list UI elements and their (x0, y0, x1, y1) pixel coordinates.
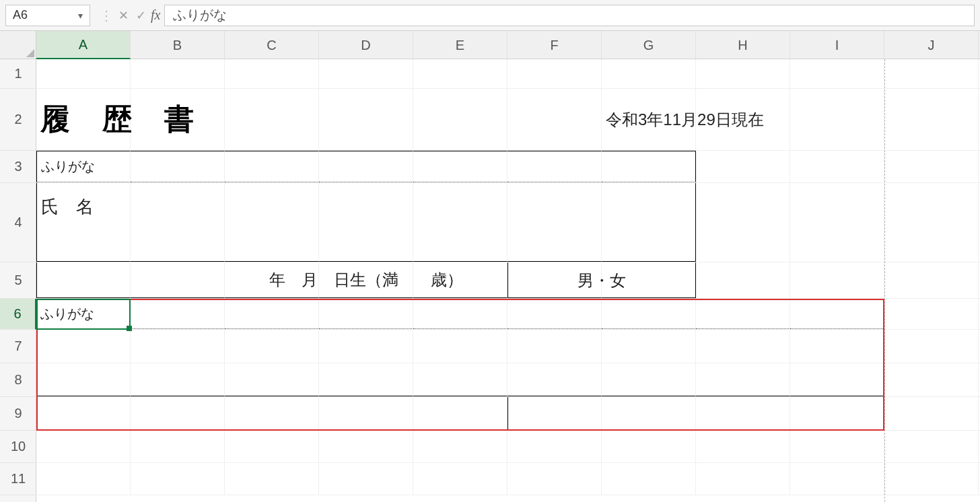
cell[interactable] (413, 183, 508, 262)
cell[interactable] (225, 59, 319, 88)
date-cell[interactable]: 令和3年11月29日現在 (602, 89, 696, 150)
cell[interactable] (413, 59, 508, 88)
cell[interactable] (790, 262, 884, 298)
cell[interactable] (884, 330, 979, 363)
column-header[interactable]: E (413, 31, 508, 59)
cell[interactable] (225, 397, 319, 430)
cell[interactable] (696, 330, 790, 363)
cell[interactable] (413, 151, 508, 182)
cell[interactable] (131, 431, 225, 462)
cell[interactable] (696, 89, 790, 150)
cell[interactable] (602, 363, 696, 396)
cell[interactable] (696, 363, 790, 396)
cell[interactable] (319, 330, 413, 363)
cell[interactable] (36, 59, 131, 88)
cell[interactable] (790, 397, 884, 430)
row-header[interactable]: 10 (0, 431, 36, 463)
cell[interactable] (131, 299, 225, 329)
cell[interactable] (884, 431, 979, 462)
cell[interactable] (602, 431, 696, 462)
column-header[interactable]: D (319, 31, 413, 59)
cell[interactable]: 氏 名 (36, 183, 131, 262)
cell[interactable] (884, 299, 979, 329)
cell[interactable] (696, 299, 790, 329)
cell[interactable] (319, 89, 413, 150)
cell[interactable] (319, 299, 413, 329)
cell[interactable] (225, 363, 319, 396)
cell[interactable] (131, 59, 225, 88)
cell[interactable] (508, 299, 602, 329)
column-header[interactable]: A (36, 31, 131, 59)
row-header[interactable]: 11 (0, 463, 36, 495)
cell[interactable] (508, 330, 602, 363)
cell[interactable] (131, 363, 225, 396)
cell[interactable] (319, 397, 413, 430)
row-header[interactable]: 5 (0, 262, 36, 299)
column-header[interactable]: F (508, 31, 602, 59)
cell[interactable] (790, 183, 884, 262)
cell[interactable] (131, 397, 225, 430)
cell[interactable] (36, 363, 131, 396)
cell[interactable]: ふりがな (36, 151, 131, 182)
column-header[interactable]: I (790, 31, 884, 59)
cell[interactable] (413, 89, 508, 150)
column-header[interactable]: B (131, 31, 225, 59)
cell[interactable] (413, 431, 508, 462)
cell[interactable] (508, 431, 602, 462)
cell[interactable] (225, 151, 319, 182)
cell[interactable] (319, 431, 413, 462)
cell[interactable] (884, 59, 979, 88)
cell[interactable] (696, 262, 790, 298)
cell[interactable] (696, 463, 790, 495)
cell[interactable] (884, 363, 979, 396)
cell[interactable] (131, 262, 225, 298)
column-header[interactable]: J (884, 31, 979, 59)
row-header[interactable]: 3 (0, 151, 36, 183)
cell[interactable] (36, 262, 131, 298)
cell[interactable] (508, 151, 602, 182)
cell[interactable] (884, 397, 979, 430)
title-cell[interactable]: 履 歴 書 (36, 89, 131, 150)
row-header[interactable]: 1 (0, 59, 36, 89)
cell[interactable] (696, 431, 790, 462)
column-header[interactable]: C (225, 31, 319, 59)
cell[interactable] (602, 59, 696, 88)
cell[interactable] (696, 151, 790, 182)
cell[interactable] (884, 89, 979, 150)
cell[interactable] (319, 59, 413, 88)
cell[interactable] (413, 262, 508, 298)
cell[interactable] (36, 463, 131, 495)
cell[interactable] (602, 330, 696, 363)
cell[interactable] (36, 431, 131, 462)
cell[interactable] (884, 151, 979, 182)
column-header[interactable]: G (602, 31, 696, 59)
cell[interactable] (602, 463, 696, 495)
cell[interactable] (790, 363, 884, 396)
cell[interactable] (508, 397, 602, 430)
cancel-formula-button[interactable]: ✕ (114, 7, 132, 24)
row-header[interactable]: 8 (0, 363, 36, 397)
cell[interactable] (602, 397, 696, 430)
cell[interactable] (696, 59, 790, 88)
cell[interactable] (413, 299, 508, 329)
row-header[interactable]: 7 (0, 330, 36, 363)
cell[interactable] (225, 299, 319, 329)
cell[interactable] (319, 363, 413, 396)
cell[interactable] (696, 183, 790, 262)
cell[interactable] (131, 330, 225, 363)
cell[interactable] (790, 299, 884, 329)
cell[interactable] (508, 89, 602, 150)
cell[interactable] (131, 89, 225, 150)
row-header[interactable]: 4 (0, 183, 36, 262)
cell[interactable] (790, 330, 884, 363)
cell[interactable] (319, 183, 413, 262)
cell[interactable] (225, 330, 319, 363)
cell[interactable] (319, 463, 413, 495)
cell[interactable] (131, 151, 225, 182)
cell[interactable] (790, 89, 884, 150)
cell[interactable] (602, 183, 696, 262)
row-header[interactable]: 9 (0, 397, 36, 431)
cell[interactable] (319, 151, 413, 182)
cell[interactable] (790, 431, 884, 462)
cell[interactable] (225, 431, 319, 462)
